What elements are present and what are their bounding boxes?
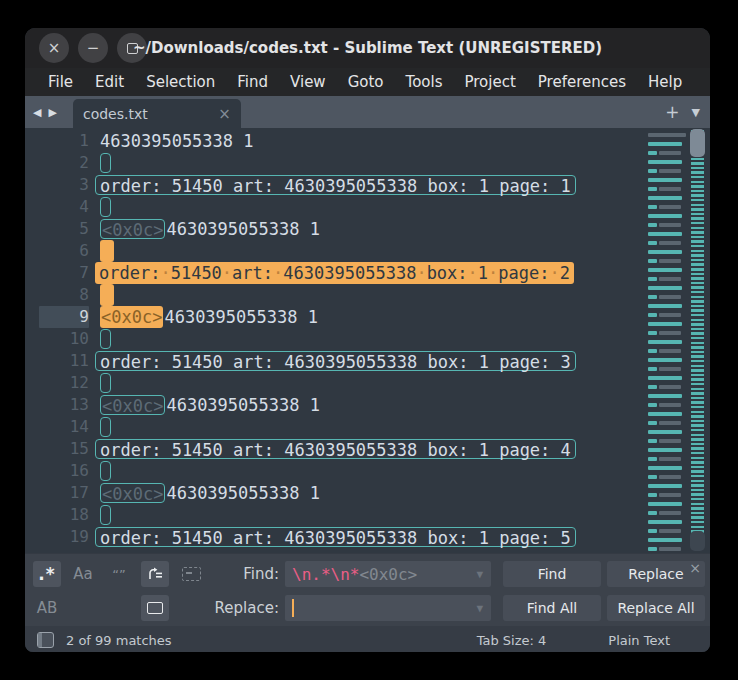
replace-input[interactable]: ▼: [285, 595, 491, 621]
line-content[interactable]: [100, 284, 114, 306]
window-close-button[interactable]: ×: [39, 33, 69, 63]
syntax-status[interactable]: Plain Text: [608, 633, 670, 648]
in-selection-icon: [182, 567, 201, 581]
line-number: 18: [39, 504, 89, 526]
menu-item-goto[interactable]: Goto: [337, 73, 395, 91]
find-all-button[interactable]: Find All: [503, 595, 601, 621]
editor-line: 2: [25, 152, 648, 174]
line-number: 12: [39, 372, 89, 394]
find-label: Find:: [213, 565, 279, 583]
line-number: 19: [39, 526, 89, 548]
line-content[interactable]: [100, 372, 111, 394]
line-content[interactable]: order: 51450 art: 4630395055338 box: 1 p…: [100, 438, 576, 460]
match-outline-newline: [100, 373, 111, 393]
whole-word-toggle-button[interactable]: “”: [105, 561, 133, 587]
preserve-case-toggle-button[interactable]: AB: [33, 595, 61, 621]
minimap-row: [648, 373, 686, 382]
highlight-matches-toggle-button[interactable]: [141, 595, 169, 621]
minimap-row: [648, 409, 686, 418]
line-content[interactable]: order: 51450 art: 4630395055338 box: 1 p…: [100, 350, 576, 372]
scrollbar-match-ticks[interactable]: [691, 130, 704, 549]
tab-nav-prev-icon[interactable]: ◀: [33, 106, 41, 119]
menu-item-view[interactable]: View: [279, 73, 337, 91]
code-lines: 14630395055338 123order: 51450 art: 4630…: [25, 130, 648, 548]
tab-codes-txt[interactable]: codes.txt ×: [73, 99, 241, 128]
menu-item-file[interactable]: File: [37, 73, 84, 91]
editor-line: 16: [25, 460, 648, 482]
minimap-row: [648, 382, 686, 391]
menu-item-preferences[interactable]: Preferences: [527, 73, 637, 91]
line-content[interactable]: <0x0c>4630395055338 1: [100, 482, 320, 504]
line-content[interactable]: [100, 196, 111, 218]
in-selection-toggle-button[interactable]: [177, 561, 205, 587]
wrap-toggle-button[interactable]: [141, 561, 169, 587]
match-outline-newline: [100, 461, 111, 481]
scrollbar-thumb[interactable]: [690, 129, 705, 157]
text-caret: [292, 599, 294, 617]
minimap-row: [648, 463, 686, 472]
line-number: 17: [39, 482, 89, 504]
minimap-row: [648, 454, 686, 463]
menu-item-find[interactable]: Find: [226, 73, 279, 91]
minimap-row: [648, 427, 686, 436]
regex-toggle-button[interactable]: .*: [33, 561, 61, 587]
editor-area[interactable]: 14630395055338 123order: 51450 art: 4630…: [25, 128, 710, 553]
status-bar: 2 of 99 matches Tab Size: 4 Plain Text: [25, 626, 710, 652]
minimap-row: [648, 517, 686, 526]
minimap-row: [648, 130, 686, 139]
find-input[interactable]: \n.*\n*<0x0c> ▼: [285, 561, 491, 587]
tab-bar: ◀ ▶ codes.txt × + ▼: [25, 96, 710, 128]
minimap-row: [648, 292, 686, 301]
minimap-row: [648, 346, 686, 355]
line-number: 14: [39, 416, 89, 438]
menu-item-selection[interactable]: Selection: [135, 73, 226, 91]
line-number: 5: [39, 218, 89, 240]
line-content[interactable]: <0x0c>4630395055338 1: [100, 306, 318, 328]
window-minimize-button[interactable]: −: [78, 33, 108, 63]
replace-history-dropdown-icon[interactable]: ▼: [476, 602, 483, 615]
minimap[interactable]: [648, 130, 686, 553]
line-content[interactable]: <0x0c>4630395055338 1: [100, 394, 320, 416]
panel-switcher-icon[interactable]: [37, 632, 54, 648]
window-maximize-button[interactable]: [117, 33, 147, 63]
line-content[interactable]: 4630395055338 1: [100, 130, 254, 152]
highlight-matches-icon: [147, 602, 163, 614]
tab-nav-next-icon[interactable]: ▶: [48, 106, 56, 119]
minimap-row: [648, 337, 686, 346]
menu-item-project[interactable]: Project: [453, 73, 526, 91]
match-outline-newline: [100, 197, 111, 217]
minimap-row: [648, 301, 686, 310]
match-outline-line: order: 51450 art: 4630395055338 box: 1 p…: [95, 175, 576, 195]
menu-bar: FileEditSelectionFindViewGotoToolsProjec…: [25, 68, 710, 96]
find-history-dropdown-icon[interactable]: ▼: [476, 568, 483, 581]
scrollbar-end: [690, 531, 705, 551]
menu-item-tools[interactable]: Tools: [395, 73, 454, 91]
line-content[interactable]: order:·51450·art:·4630395055338·box:·1·p…: [100, 262, 574, 284]
menu-item-edit[interactable]: Edit: [84, 73, 135, 91]
menu-item-help[interactable]: Help: [637, 73, 693, 91]
tab-size-status[interactable]: Tab Size: 4: [477, 633, 547, 648]
minimap-row: [648, 508, 686, 517]
new-tab-icon[interactable]: +: [665, 102, 679, 122]
minimap-row: [648, 211, 686, 220]
title-bar: × − ~/Downloads/codes.txt - Sublime Text…: [25, 28, 710, 68]
find-button[interactable]: Find: [503, 561, 601, 587]
line-content[interactable]: [100, 240, 114, 262]
line-content[interactable]: [100, 416, 111, 438]
line-content[interactable]: <0x0c>4630395055338 1: [100, 218, 320, 240]
line-content[interactable]: order: 51450 art: 4630395055338 box: 1 p…: [100, 526, 576, 548]
line-content[interactable]: [100, 460, 111, 482]
tab-overflow-icon[interactable]: ▼: [692, 106, 700, 119]
line-content[interactable]: [100, 328, 111, 350]
match-outline-line: order: 51450 art: 4630395055338 box: 1 p…: [95, 527, 576, 547]
selected-match-line: order:·51450·art:·4630395055338·box:·1·p…: [95, 262, 574, 284]
match-outline-newline: [100, 417, 111, 437]
case-sensitive-toggle-button[interactable]: Aa: [69, 561, 97, 587]
replace-all-button[interactable]: Replace All: [607, 595, 705, 621]
line-content[interactable]: order: 51450 art: 4630395055338 box: 1 p…: [100, 174, 576, 196]
line-content[interactable]: [100, 504, 111, 526]
tab-close-icon[interactable]: ×: [218, 105, 231, 123]
editor-line: 14: [25, 416, 648, 438]
panel-close-icon[interactable]: ×: [689, 560, 701, 576]
line-content[interactable]: [100, 152, 111, 174]
